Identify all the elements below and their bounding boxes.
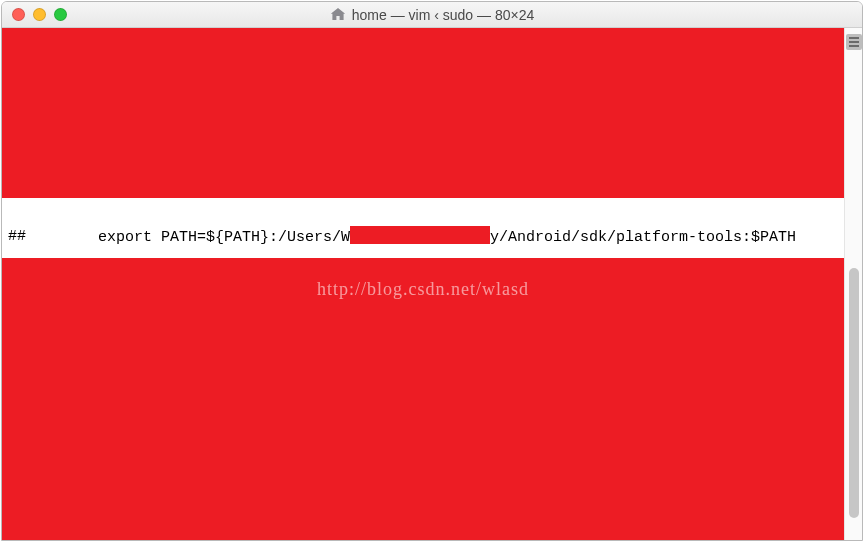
terminal-window: home — vim ‹ sudo — 80×24 export PATH=${… bbox=[1, 1, 863, 541]
selection-highlight-top bbox=[2, 28, 844, 198]
terminal-area[interactable]: export PATH=${PATH}:/Users/Wy/Android/sd… bbox=[2, 28, 844, 540]
scroll-menu-icon[interactable] bbox=[846, 34, 862, 50]
terminal-line-1-start: export PATH=${PATH}:/Users/W bbox=[98, 229, 350, 246]
home-icon bbox=[330, 8, 346, 21]
minimize-button[interactable] bbox=[33, 8, 46, 21]
window-title: home — vim ‹ sudo — 80×24 bbox=[2, 7, 862, 23]
scrollbar-track[interactable] bbox=[844, 28, 862, 540]
terminal-line-1-end: y/Android/sdk/platform-tools:$PATH bbox=[490, 229, 796, 246]
scrollbar-thumb[interactable] bbox=[849, 268, 859, 518]
close-button[interactable] bbox=[12, 8, 25, 21]
titlebar: home — vim ‹ sudo — 80×24 bbox=[2, 2, 862, 28]
text-region: export PATH=${PATH}:/Users/Wy/Android/sd… bbox=[2, 198, 844, 258]
zoom-button[interactable] bbox=[54, 8, 67, 21]
traffic-lights bbox=[12, 8, 67, 21]
window-title-text: home — vim ‹ sudo — 80×24 bbox=[352, 7, 534, 23]
terminal-line-1: export PATH=${PATH}:/Users/Wy/Android/sd… bbox=[8, 208, 796, 265]
redacted-span bbox=[350, 226, 490, 244]
selection-highlight-bottom bbox=[2, 258, 844, 540]
terminal-line-2: ## bbox=[8, 228, 26, 246]
window-body: export PATH=${PATH}:/Users/Wy/Android/sd… bbox=[2, 28, 862, 540]
